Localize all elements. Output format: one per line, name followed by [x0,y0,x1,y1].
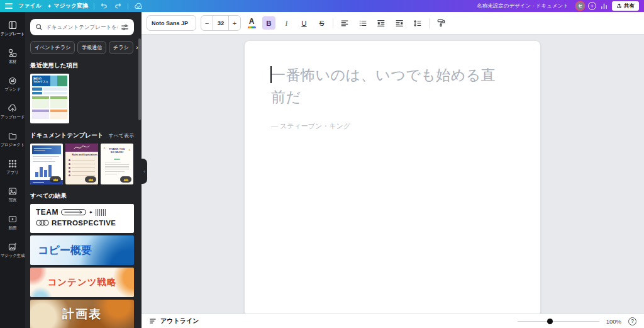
sidebar-item-projects[interactable]: プロジェクト [0,125,25,153]
sidebar-item-brand[interactable]: ブランド [0,70,25,98]
panel-scrollbar[interactable] [138,38,141,315]
result-team-retrospective[interactable]: TEAM ✦ RETROSPECTIVE [30,204,134,233]
outline-button[interactable]: アウトライン [149,317,199,325]
font-size-stepper: − 32 + [201,15,241,31]
search-input[interactable] [46,24,118,30]
see-all-link[interactable]: すべて表示 [108,132,134,139]
header-divider [94,3,94,9]
placeholder-attribution[interactable]: — スティーブン・キング [271,122,518,131]
recent-thumb-row [32,92,67,95]
chip-event-flyer[interactable]: イベントチラシ [30,41,75,54]
magic-image-icon [8,242,18,252]
results-list: TEAM ✦ RETROSPECTIVE コピー概要 コンテンツ戦略 [30,204,134,328]
result-copy-summary[interactable]: コピー概要 [30,235,134,265]
sidebar-item-apps[interactable]: アプリ [0,153,25,181]
arrow-pill-graphic [61,209,86,215]
template-thumb-thankyou-title: THANK YOU SO MUCH [107,147,127,154]
italic-button[interactable]: I [280,16,293,30]
pro-crown-badge [120,176,131,183]
upload-icon [616,3,622,9]
zoom-percentage[interactable]: 100% [606,318,621,325]
header-divider [128,3,128,9]
recent-thumb-header: 旅行の ToDoリスト [32,76,67,86]
template-thumb-report[interactable] [30,144,63,184]
text-color-button[interactable]: A [245,15,258,31]
sidebar-item-photos[interactable]: 写真 [0,181,25,208]
user-avatar[interactable]: セ [576,2,584,10]
sidebar-item-templates[interactable]: テンプレート [0,14,25,42]
format-toolbar: Noto Sans JP − 32 + A B I U S [142,12,644,35]
templates-section-title: ドキュメントテンプレート [30,132,103,140]
help-button[interactable]: ? [628,317,636,325]
sidebar-item-videos[interactable]: 動画 [0,208,25,236]
add-member-button[interactable]: + [588,2,596,10]
elements-icon [8,48,18,58]
redo-icon[interactable] [114,2,122,10]
chip-class-newsletter[interactable]: 学級通信 [77,41,106,54]
document-page[interactable]: 一番怖いのは、いつでも始める直前だ — スティーブン・キング [245,41,540,314]
format-paint-roller-button[interactable] [434,16,448,30]
toolbar-divider [429,18,430,28]
video-icon [8,214,18,224]
main-menu-icon[interactable] [5,3,13,8]
strikethrough-button[interactable]: S [315,16,328,30]
filter-sliders-icon[interactable] [121,23,129,31]
font-family-select[interactable]: Noto Sans JP [147,15,196,31]
undo-icon[interactable] [100,2,108,10]
pro-crown-badge [85,176,96,183]
font-size-decrease-button[interactable]: − [201,16,213,30]
sidebar-item-uploads[interactable]: アップロード [0,98,25,125]
outline-icon [149,317,157,325]
top-header-bar: ファイル ✦ マジック変換 名称未設定のデザイン - ドキュメント セ + [0,0,644,12]
font-size-increase-button[interactable]: + [229,16,240,30]
canva-document-editor: ファイル ✦ マジック変換 名称未設定のデザイン - ドキュメント セ + [0,0,644,328]
document-title[interactable]: 名称未設定のデザイン - ドキュメント [477,3,569,10]
sidebar-item-magic-generate[interactable]: マジック生成 [0,236,25,264]
font-size-value[interactable]: 32 [213,16,229,30]
recent-thumb-title: 旅行の ToDoリスト [33,77,57,83]
text-cursor [270,66,272,83]
recent-document-thumbnail[interactable]: 旅行の ToDoリスト [30,74,69,123]
results-section-title: すべての結果 [30,192,134,200]
indent-decrease-button[interactable] [374,16,388,30]
bold-button[interactable]: B [262,16,275,30]
chips-scroll-right-icon[interactable]: › [136,44,138,51]
insights-chart-icon[interactable] [600,2,608,10]
placeholder-heading[interactable]: 一番怖いのは、いつでも始める直前だ [271,64,510,108]
align-left-button[interactable] [338,16,352,30]
bullet-list-button[interactable] [356,16,370,30]
underline-button[interactable]: U [297,16,311,30]
zoom-slider-thumb[interactable] [547,319,553,324]
recent-section-title: 最近使用した項目 [30,62,134,70]
chevron-down-icon [191,20,191,26]
sparkle-icon: ✦ [103,146,106,150]
recent-thumb-table [32,96,67,119]
recent-thumb-row [32,88,67,91]
file-menu-button[interactable]: ファイル [18,2,42,10]
zoom-slider[interactable] [518,319,599,324]
template-thumb-thankyou[interactable]: ✦ ✦ THANK YOU SO MUCH [101,144,133,184]
brand-icon [8,76,18,86]
template-thumb-rules-title: Rules and Expectations [72,154,91,156]
share-button[interactable]: 共有 [612,1,639,11]
sidebar-item-elements[interactable]: 素材 [0,42,25,70]
line-spacing-button[interactable] [411,16,425,30]
rainbow-color-bar [248,26,256,28]
result-content-strategy[interactable]: コンテンツ戦略 [30,268,134,297]
magic-switch-button[interactable]: ✦ マジック変換 [47,2,88,10]
chevron-left-icon: ‹ [143,169,145,174]
template-thumb-rules[interactable]: Rules and Expectations [65,144,98,184]
design-canvas[interactable]: 一番怖いのは、いつでも始める直前だ — スティーブン・キング [142,35,644,314]
toolbar-divider [333,18,333,28]
apps-grid-icon [8,159,18,169]
barcode-graphic [96,209,106,216]
status-bar: アウトライン 100% ? [142,314,644,328]
template-thumbnails: Rules and Expectations ✦ ✦ THANK YOU SO … [30,144,134,184]
result-plan-table[interactable]: 計画表 [30,300,134,328]
panel-collapse-handle[interactable]: ‹ [142,159,147,184]
chip-flyer[interactable]: チラシ [109,41,133,54]
template-search-box[interactable] [30,19,134,35]
indent-increase-button[interactable] [392,16,406,30]
sparkle-icon: ✦ [89,210,93,215]
side-rail: テンプレート 素材 ブランド アップロード プロジェクト アプリ 写真 動画 [0,12,25,328]
